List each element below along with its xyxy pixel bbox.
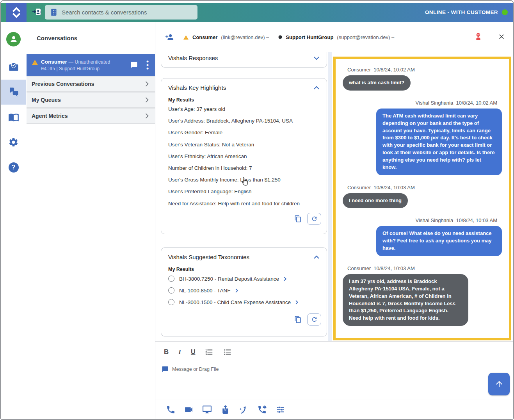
status-label: ONLINE - WITH CUSTOMER xyxy=(425,9,498,15)
help-icon: ? xyxy=(9,162,19,173)
message-time: 10/8/24, 10:02 AM xyxy=(456,100,497,106)
key-highlights-card: Vishals Key Highlights My Results User's… xyxy=(161,78,327,234)
highlight-item: Number of Children in Household: 7 xyxy=(161,162,327,174)
chat-message: Consumer 10/8/24, 10:03 AM I need one mo… xyxy=(343,185,502,208)
message-bubble-icon xyxy=(162,366,169,373)
message-sender: Vishal Singhania xyxy=(416,217,454,223)
top-bar: Search contacts & conversations ONLINE -… xyxy=(1,3,513,22)
chevron-down-icon[interactable] xyxy=(313,56,320,60)
gear-icon xyxy=(8,137,19,148)
chat-message: Vishal Singhania 10/8/24, 10:03 AM Of co… xyxy=(343,217,502,256)
message-sender: Vishal Singhania xyxy=(416,100,454,106)
chevron-right-icon[interactable] xyxy=(235,288,238,293)
online-dot xyxy=(502,9,508,15)
call-transfer-button[interactable] xyxy=(257,405,267,415)
nav-inbox[interactable] xyxy=(1,58,26,76)
phone-call-button[interactable] xyxy=(166,405,176,415)
underline-button[interactable]: U xyxy=(191,349,196,356)
search-bar[interactable]: Search contacts & conversations xyxy=(45,5,197,20)
conversations-panel: Conversations Consumer — Unauthenticated… xyxy=(27,22,155,419)
sidebar-item-agent-metrics[interactable]: Agent Metrics xyxy=(27,108,155,124)
highlight-item: User's Gender: Female xyxy=(161,127,327,139)
radio-button[interactable] xyxy=(168,299,174,305)
file-share-button[interactable] xyxy=(221,405,230,415)
message-time: 10/8/24, 10:03 AM xyxy=(373,265,415,271)
message-input[interactable]: Message or Drag File xyxy=(162,366,219,373)
highlights-subtitle: My Results xyxy=(161,95,327,103)
chat-header: Consumer (link@revation.dev) – Support H… xyxy=(155,22,513,52)
message-sender: Consumer xyxy=(347,265,371,271)
message-placeholder: Message or Drag File xyxy=(172,367,219,372)
close-icon[interactable] xyxy=(498,33,505,41)
settings-sliders-button[interactable] xyxy=(276,405,285,415)
chevron-right-icon xyxy=(145,97,149,103)
message-composer: B I U Message or Drag File xyxy=(155,341,513,399)
warning-icon xyxy=(183,35,189,40)
import-contact-icon[interactable] xyxy=(32,7,42,18)
refresh-button[interactable] xyxy=(307,313,321,326)
huntgroup-email: (support@revation.dev) – xyxy=(337,34,394,40)
taxonomy-option[interactable]: NL-3000.1500 - Child Care Expense Assist… xyxy=(161,296,327,308)
nav-conversations[interactable] xyxy=(1,83,26,101)
italic-button[interactable]: I xyxy=(178,348,181,356)
chat-bubble-icon[interactable] xyxy=(130,61,138,69)
chevron-up-icon[interactable] xyxy=(313,255,320,259)
arrow-up-icon xyxy=(494,379,504,389)
chat-message: Vishal Singhania 10/8/24, 10:02 AM The A… xyxy=(343,100,502,175)
book-icon xyxy=(8,112,19,123)
chevron-up-icon[interactable] xyxy=(313,86,320,90)
ai-assist-button[interactable] xyxy=(239,405,249,415)
chat-message: Consumer 10/8/24, 10:03 AM I am 37 yrs o… xyxy=(343,265,502,326)
bullet-list-button[interactable] xyxy=(223,348,232,356)
screen-share-button[interactable] xyxy=(202,405,212,415)
profile-avatar[interactable] xyxy=(1,30,26,48)
message-bubble: what is atm cash limit? xyxy=(343,75,411,91)
contacts-dialpad-icon xyxy=(50,8,58,16)
status-indicator[interactable]: ONLINE - WITH CUSTOMER xyxy=(425,3,508,22)
refresh-button[interactable] xyxy=(307,213,321,225)
highlight-item: User's Address: Braddock, Allegheny PA-1… xyxy=(161,115,327,127)
huntgroup-name: Support HuntGroup xyxy=(286,34,333,40)
message-time: 10/8/24, 10:03 AM xyxy=(456,217,497,223)
copy-icon[interactable] xyxy=(294,316,302,323)
separator: | xyxy=(56,66,57,71)
nav-knowledge[interactable] xyxy=(1,108,26,126)
taxonomy-option[interactable]: BH-3800.7250 - Rental Deposit Assistance xyxy=(161,273,327,285)
consumer-email: (link@revation.dev) – xyxy=(221,34,269,40)
numbered-list-button[interactable] xyxy=(205,348,213,356)
message-sender: Consumer xyxy=(347,67,371,73)
copy-icon[interactable] xyxy=(294,215,302,222)
chevron-right-icon xyxy=(145,113,149,119)
chevron-right-icon[interactable] xyxy=(284,277,286,281)
person-icon xyxy=(9,34,18,44)
radio-button[interactable] xyxy=(168,287,174,294)
main-area: Consumer (link@revation.dev) – Support H… xyxy=(155,22,513,419)
nav-help[interactable]: ? xyxy=(1,158,26,176)
app-logo[interactable] xyxy=(6,3,27,22)
message-sender: Consumer xyxy=(347,185,371,190)
scrollbar-track[interactable] xyxy=(328,52,332,341)
chevron-right-icon xyxy=(145,81,149,87)
radio-button[interactable] xyxy=(168,276,174,282)
app-window: Search contacts & conversations ONLINE -… xyxy=(0,0,514,420)
highlight-item: Need for Assistance: Help with rent and … xyxy=(161,198,327,210)
bold-button[interactable]: B xyxy=(164,348,169,356)
responses-card: Vishals Responses xyxy=(161,52,327,68)
block-user-icon[interactable] xyxy=(474,32,483,41)
sidebar-item-my-queues[interactable]: My Queues xyxy=(27,92,155,108)
more-options-icon[interactable]: ••• xyxy=(146,60,149,70)
send-button[interactable] xyxy=(488,373,510,395)
conversation-item-consumer[interactable]: Consumer — Unauthenticated 04:05 | Suppo… xyxy=(27,54,155,76)
consumer-name: Consumer xyxy=(192,34,217,40)
conversation-name: Consumer xyxy=(41,59,67,65)
message-bubble: I need one more thing xyxy=(343,193,408,208)
add-person-icon[interactable] xyxy=(165,33,174,41)
chevron-right-icon[interactable] xyxy=(295,300,298,304)
taxonomies-title: Vishals Suggested Taxonomies xyxy=(168,254,249,260)
nav-settings[interactable] xyxy=(1,133,26,151)
taxonomies-subtitle: My Results xyxy=(161,264,327,273)
taxonomy-option[interactable]: NL-1000.8500 - TANF xyxy=(161,285,327,296)
sidebar-item-previous-conversations[interactable]: Previous Conversations xyxy=(27,76,155,92)
video-call-button[interactable] xyxy=(184,405,194,415)
message-time: 10/8/24, 10:03 AM xyxy=(373,185,415,190)
